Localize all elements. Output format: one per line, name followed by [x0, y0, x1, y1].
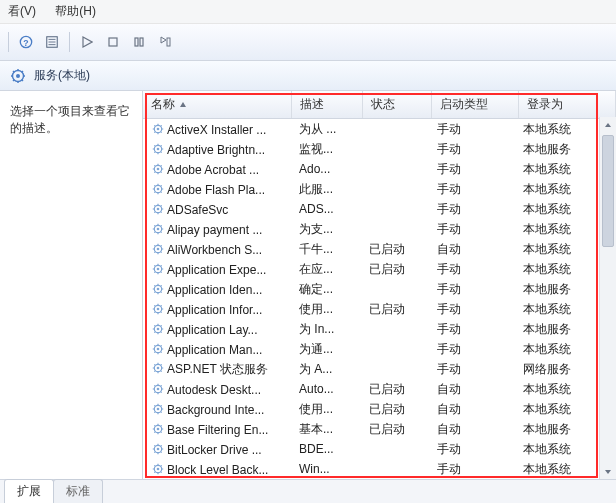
service-desc-cell: 基本...: [291, 421, 361, 438]
service-logon-cell: 本地系统: [515, 261, 611, 278]
svg-point-32: [157, 287, 160, 290]
service-desc-cell: 使用...: [291, 401, 361, 418]
service-list[interactable]: ActiveX Installer ...为从 ...手动本地系统Adaptiv…: [143, 119, 616, 482]
service-startup-cell: 自动: [429, 241, 515, 258]
service-row[interactable]: ASP.NET 状态服务为 A...手动网络服务: [143, 359, 616, 379]
service-row[interactable]: Adobe Flash Pla...此服...手动本地系统: [143, 179, 616, 199]
service-name-text: Application Iden...: [167, 283, 262, 297]
service-name-cell: Alipay payment ...: [143, 222, 291, 237]
service-startup-cell: 手动: [429, 281, 515, 298]
stop-icon: [107, 36, 119, 48]
service-startup-cell: 手动: [429, 321, 515, 338]
service-desc-cell: 在应...: [291, 261, 361, 278]
service-desc-cell: Auto...: [291, 382, 361, 396]
service-desc-cell: 为 In...: [291, 321, 361, 338]
svg-marker-14: [180, 102, 186, 107]
service-logon-cell: 本地服务: [515, 421, 611, 438]
svg-point-50: [157, 467, 160, 470]
stop-service-button[interactable]: [102, 31, 124, 53]
service-desc-cell: 为 A...: [291, 361, 361, 378]
service-logon-cell: 本地系统: [515, 161, 611, 178]
service-row[interactable]: Application Infor...使用...已启动手动本地系统: [143, 299, 616, 319]
column-header-name[interactable]: 名称: [143, 91, 292, 118]
service-desc-cell: 为从 ...: [291, 121, 361, 138]
help-icon: ?: [19, 35, 33, 49]
service-name-text: Block Level Back...: [167, 463, 268, 477]
service-desc-cell: Ado...: [291, 162, 361, 176]
svg-point-16: [157, 127, 160, 130]
menu-view[interactable]: 看(V): [8, 4, 36, 18]
service-startup-cell: 手动: [429, 441, 515, 458]
service-startup-cell: 自动: [429, 381, 515, 398]
service-row[interactable]: Block Level Back...Win...手动本地系统: [143, 459, 616, 479]
svg-rect-7: [109, 38, 117, 46]
tab-standard[interactable]: 标准: [53, 479, 103, 503]
column-header-startup-type[interactable]: 启动类型: [432, 91, 519, 118]
svg-point-30: [157, 267, 160, 270]
service-logon-cell: 本地系统: [515, 441, 611, 458]
service-name-text: Adobe Acrobat ...: [167, 163, 259, 177]
column-header-status[interactable]: 状态: [363, 91, 432, 118]
pause-icon: [133, 36, 145, 48]
service-row[interactable]: Alipay payment ...为支...手动本地系统: [143, 219, 616, 239]
scroll-down-button[interactable]: [600, 464, 616, 480]
service-row[interactable]: ActiveX Installer ...为从 ...手动本地系统: [143, 119, 616, 139]
service-desc-cell: 千牛...: [291, 241, 361, 258]
scroll-up-button[interactable]: [600, 117, 616, 133]
service-row[interactable]: AliWorkbench S...千牛...已启动自动本地系统: [143, 239, 616, 259]
service-row[interactable]: Background Inte...使用...已启动自动本地系统: [143, 399, 616, 419]
start-service-button[interactable]: [76, 31, 98, 53]
service-name-text: ASP.NET 状态服务: [167, 362, 268, 376]
service-row[interactable]: Application Iden...确定...手动本地服务: [143, 279, 616, 299]
service-name-cell: Application Infor...: [143, 302, 291, 317]
svg-point-42: [157, 387, 160, 390]
pause-service-button[interactable]: [128, 31, 150, 53]
service-row[interactable]: Autodesk Deskt...Auto...已启动自动本地系统: [143, 379, 616, 399]
services-icon: [10, 68, 26, 84]
service-name-cell: ActiveX Installer ...: [143, 122, 291, 137]
service-row[interactable]: Application Expe...在应...已启动手动本地系统: [143, 259, 616, 279]
service-logon-cell: 本地服务: [515, 141, 611, 158]
properties-button[interactable]: [41, 31, 63, 53]
service-row[interactable]: ADSafeSvcADS...手动本地系统: [143, 199, 616, 219]
service-name-cell: Autodesk Deskt...: [143, 382, 291, 397]
tab-extended[interactable]: 扩展: [4, 479, 54, 503]
service-status-cell: 已启动: [361, 401, 429, 418]
service-name-text: Alipay payment ...: [167, 223, 262, 237]
service-startup-cell: 手动: [429, 121, 515, 138]
svg-point-38: [157, 347, 160, 350]
vertical-scrollbar[interactable]: [599, 117, 616, 480]
service-row[interactable]: Application Man...为通...手动本地系统: [143, 339, 616, 359]
service-logon-cell: 本地系统: [515, 341, 611, 358]
svg-rect-9: [140, 38, 143, 46]
svg-point-34: [157, 307, 160, 310]
service-row[interactable]: Application Lay...为 In...手动本地服务: [143, 319, 616, 339]
service-logon-cell: 本地系统: [515, 301, 611, 318]
help-button[interactable]: ?: [15, 31, 37, 53]
toolbar-separator: [69, 32, 70, 52]
restart-service-button[interactable]: [154, 31, 176, 53]
service-row[interactable]: BitLocker Drive ...BDE...手动本地系统: [143, 439, 616, 459]
service-list-panel: 名称 描述 状态 启动类型 登录为 ActiveX Installer ...为…: [143, 91, 616, 480]
service-name-text: Application Expe...: [167, 263, 266, 277]
service-name-text: Adobe Flash Pla...: [167, 183, 265, 197]
column-header-description[interactable]: 描述: [292, 91, 363, 118]
service-logon-cell: 本地系统: [515, 121, 611, 138]
service-row[interactable]: Adaptive Brightn...监视...手动本地服务: [143, 139, 616, 159]
service-row[interactable]: Base Filtering En...基本...已启动自动本地服务: [143, 419, 616, 439]
scrollbar-thumb[interactable]: [602, 135, 614, 247]
service-name-text: Autodesk Deskt...: [167, 383, 261, 397]
svg-point-18: [157, 147, 160, 150]
service-startup-cell: 自动: [429, 421, 515, 438]
service-name-text: Application Lay...: [167, 323, 258, 337]
service-name-text: Application Man...: [167, 343, 262, 357]
svg-text:?: ?: [23, 38, 28, 48]
column-header-logon-as[interactable]: 登录为: [519, 91, 616, 118]
service-row[interactable]: Adobe Acrobat ...Ado...手动本地系统: [143, 159, 616, 179]
toolbar: ?: [0, 24, 616, 61]
menu-help[interactable]: 帮助(H): [55, 4, 96, 18]
svg-marker-6: [83, 37, 92, 47]
service-status-cell: 已启动: [361, 301, 429, 318]
service-name-cell: Adobe Flash Pla...: [143, 182, 291, 197]
svg-marker-53: [605, 123, 611, 127]
